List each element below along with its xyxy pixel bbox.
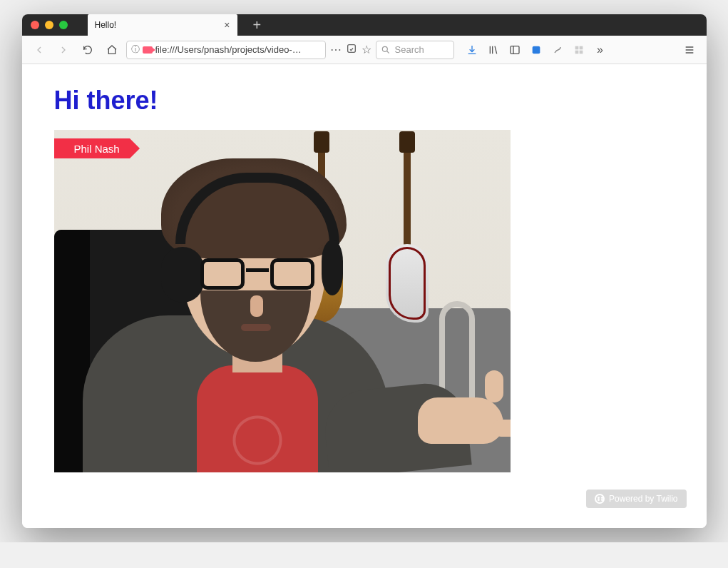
- titlebar: Hello! × +: [22, 14, 707, 36]
- reload-button[interactable]: [78, 40, 98, 60]
- svg-rect-4: [575, 46, 578, 49]
- browser-tab[interactable]: Hello! ×: [88, 14, 237, 36]
- powered-by-badge[interactable]: Powered by Twilio: [586, 490, 687, 508]
- video-stream: Phil Nash: [54, 130, 511, 472]
- person-finger: [493, 420, 511, 437]
- address-bar[interactable]: ⓘ file:///Users/pnash/projects/video-…: [126, 41, 326, 59]
- browser-window: Hello! × + ⓘ file:///Users/pnash/project…: [22, 14, 707, 528]
- search-icon: [381, 45, 391, 55]
- forward-button[interactable]: [53, 40, 73, 60]
- svg-rect-2: [511, 46, 519, 54]
- back-button[interactable]: [29, 40, 49, 60]
- toolbar-icons: »: [466, 44, 607, 56]
- person-thumb: [485, 370, 503, 402]
- url-text: file:///Users/pnash/projects/video-…: [155, 44, 321, 55]
- search-bar[interactable]: Search: [376, 41, 454, 59]
- new-tab-button[interactable]: +: [253, 17, 262, 34]
- pocket-icon[interactable]: [530, 44, 543, 56]
- page-heading: Hi there!: [54, 86, 675, 116]
- person-mouth: [241, 324, 271, 331]
- home-button[interactable]: [102, 40, 122, 60]
- minimize-window-button[interactable]: [45, 21, 53, 29]
- svg-rect-5: [579, 46, 583, 49]
- menu-button[interactable]: [680, 40, 699, 60]
- person-nose: [250, 295, 263, 317]
- participant-name-ribbon: Phil Nash: [54, 138, 130, 158]
- browser-toolbar: ⓘ file:///Users/pnash/projects/video-… ⋯…: [22, 36, 707, 64]
- headphone-cup: [161, 247, 204, 303]
- svg-point-1: [382, 46, 387, 51]
- close-window-button[interactable]: [31, 21, 39, 29]
- svg-rect-7: [579, 50, 583, 54]
- bookmark-star-icon[interactable]: ☆: [362, 43, 371, 56]
- search-placeholder: Search: [395, 44, 424, 55]
- close-tab-icon[interactable]: ×: [224, 19, 230, 31]
- participant-name-label: Phil Nash: [74, 143, 120, 155]
- svg-rect-6: [575, 50, 578, 54]
- library-icon[interactable]: [487, 44, 500, 56]
- background-guitar: [382, 137, 432, 323]
- person-hand: [418, 397, 503, 444]
- site-info-icon[interactable]: ⓘ: [131, 44, 140, 56]
- svg-rect-3: [532, 46, 540, 54]
- more-actions-icon[interactable]: ⋯: [330, 43, 342, 56]
- twilio-logo-icon: [595, 494, 605, 504]
- extension-icon[interactable]: [551, 44, 564, 56]
- page-content: Hi there!: [22, 64, 707, 528]
- maximize-window-button[interactable]: [59, 21, 68, 29]
- camera-permission-icon[interactable]: [143, 46, 153, 54]
- addon-icon[interactable]: [573, 44, 585, 56]
- window-controls: [31, 21, 68, 29]
- person-shirt: [197, 365, 318, 472]
- tab-title: Hello!: [95, 20, 117, 30]
- sidebar-icon[interactable]: [508, 44, 521, 56]
- downloads-icon[interactable]: [466, 44, 478, 56]
- badge-label: Powered by Twilio: [609, 494, 678, 504]
- page-actions: ⋯ ☆: [330, 43, 371, 57]
- reader-mode-icon[interactable]: [346, 43, 357, 57]
- person-glasses: [200, 258, 314, 293]
- svg-rect-0: [347, 44, 355, 52]
- headphone-cup: [322, 240, 343, 295]
- overflow-icon[interactable]: »: [594, 44, 607, 56]
